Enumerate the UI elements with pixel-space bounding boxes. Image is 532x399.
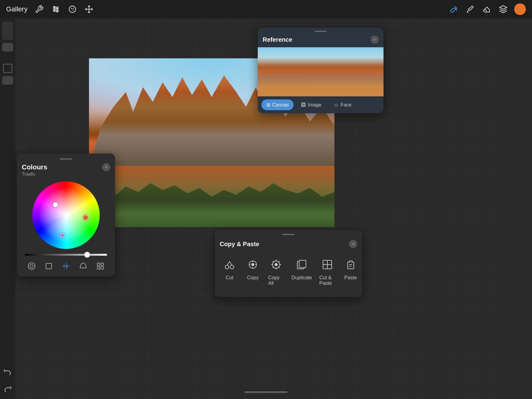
cut-paste-label: Cut & Paste	[319, 275, 335, 286]
secondary-color[interactable]	[2, 76, 13, 85]
copy-paste-drag-handle[interactable]	[282, 234, 295, 235]
svg-rect-9	[101, 263, 103, 265]
toolbar-left-icons	[34, 4, 94, 15]
grid-mode-button[interactable]	[95, 261, 106, 272]
svg-rect-31	[299, 260, 306, 268]
adjustments-icon[interactable]	[50, 4, 61, 15]
paste-label: Paste	[344, 275, 357, 281]
image-tab-label: Image	[308, 102, 321, 108]
colours-panel: Colours Triadic ×	[17, 153, 115, 277]
cut-button[interactable]: Cut	[218, 254, 241, 289]
duplicate-label: Duplicate	[291, 275, 312, 281]
redo-button[interactable]	[2, 382, 14, 396]
svg-rect-6	[46, 263, 52, 269]
cut-paste-button[interactable]: Cut & Paste	[316, 254, 339, 289]
reference-panel-close[interactable]: ×	[371, 36, 379, 44]
palette-mode-button[interactable]	[78, 261, 89, 272]
copy-paste-actions: Cut Copy	[215, 252, 362, 291]
copy-all-button[interactable]: Copy All	[264, 254, 288, 289]
svg-point-21	[275, 263, 277, 266]
svg-point-0	[54, 6, 55, 8]
colours-panel-subtitle: Triadic	[22, 171, 47, 176]
reference-panel: Reference × ⊞ Canvas 🖼 Image ☺ Face	[258, 28, 384, 113]
color-wheel-dot-orange[interactable]	[83, 215, 89, 221]
eraser-icon[interactable]	[481, 4, 492, 15]
duplicate-button[interactable]: Duplicate	[288, 254, 316, 289]
copy-paste-close[interactable]: ×	[349, 240, 357, 248]
copy-paste-panel: Copy & Paste × Cut	[215, 230, 362, 297]
color-mode-icons	[22, 261, 110, 272]
copy-label: Copy	[247, 275, 258, 281]
left-sidebar	[0, 18, 15, 399]
svg-point-4	[28, 263, 35, 269]
copy-paste-header: Copy & Paste ×	[215, 238, 362, 252]
svg-point-15	[252, 263, 254, 266]
copy-icon	[245, 257, 261, 273]
layers-icon[interactable]	[498, 4, 509, 15]
canvas-tab-label: Canvas	[272, 102, 289, 108]
user-avatar[interactable]	[514, 3, 526, 15]
svg-point-13	[230, 265, 234, 269]
brush-size-slider[interactable]	[2, 21, 13, 40]
home-indicator[interactable]	[245, 391, 287, 393]
face-tab-icon: ☺	[334, 102, 339, 108]
cut-paste-icon	[319, 257, 335, 273]
color-slider[interactable]	[25, 254, 107, 256]
reference-image[interactable]	[258, 47, 384, 96]
svg-point-5	[30, 265, 33, 268]
duplicate-icon	[294, 257, 310, 273]
transform-icon[interactable]	[83, 4, 94, 15]
svg-rect-36	[348, 262, 354, 269]
cut-label: Cut	[226, 275, 233, 281]
wrench-icon[interactable]	[34, 4, 45, 15]
reference-panel-header: Reference ×	[258, 32, 384, 47]
colours-title-group: Colours Triadic	[22, 163, 47, 180]
color-swatch[interactable]	[3, 64, 12, 73]
paste-button[interactable]: Paste	[339, 254, 362, 289]
svg-point-3	[56, 11, 58, 12]
svg-point-1	[56, 8, 58, 9]
color-wheel-dot-green[interactable]	[53, 202, 58, 207]
cut-icon	[222, 257, 237, 273]
copy-all-icon	[268, 257, 284, 273]
reference-face-tab[interactable]: ☺ Face	[329, 99, 357, 110]
gallery-button[interactable]: Gallery	[6, 5, 28, 13]
reference-panel-title: Reference	[263, 36, 292, 43]
copy-button[interactable]: Copy	[241, 254, 264, 289]
image-tab-icon: 🖼	[301, 102, 306, 108]
slider-thumb[interactable]	[84, 252, 90, 258]
paste-icon	[343, 257, 359, 273]
color-wheel-bg	[32, 181, 100, 249]
top-toolbar: Gallery	[0, 0, 532, 18]
smudge-icon[interactable]	[465, 4, 476, 15]
svg-rect-11	[101, 267, 103, 269]
face-tab-label: Face	[341, 102, 352, 108]
color-wheel-dot-lavender[interactable]	[60, 233, 65, 238]
colours-panel-close[interactable]: ×	[102, 163, 110, 171]
svg-rect-10	[97, 267, 100, 269]
brush-icon[interactable]	[448, 4, 459, 15]
reference-tabs: ⊞ Canvas 🖼 Image ☺ Face	[258, 96, 384, 113]
undo-button[interactable]	[2, 365, 14, 379]
svg-rect-8	[97, 263, 100, 265]
reference-image-tab[interactable]: 🖼 Image	[296, 99, 326, 110]
harmony-mode-button[interactable]	[60, 261, 71, 272]
reference-image-content	[258, 47, 384, 96]
toolbar-right-icons	[448, 3, 526, 15]
panel-drag-handle[interactable]	[60, 158, 72, 160]
reference-canvas-tab[interactable]: ⊞ Canvas	[261, 99, 294, 110]
selection-icon[interactable]	[67, 4, 78, 15]
copy-all-label: Copy All	[268, 275, 284, 286]
square-mode-button[interactable]	[43, 261, 54, 272]
color-wheel[interactable]	[32, 181, 100, 249]
svg-point-2	[54, 9, 55, 11]
colours-panel-header: Colours Triadic ×	[22, 163, 110, 180]
colours-panel-title: Colours	[22, 163, 47, 171]
canvas-tab-icon: ⊞	[266, 102, 270, 108]
svg-point-12	[225, 265, 229, 269]
color-slider-row	[22, 254, 110, 256]
opacity-control[interactable]	[2, 43, 13, 52]
copy-paste-title: Copy & Paste	[220, 241, 259, 248]
circle-mode-button[interactable]	[26, 261, 37, 272]
